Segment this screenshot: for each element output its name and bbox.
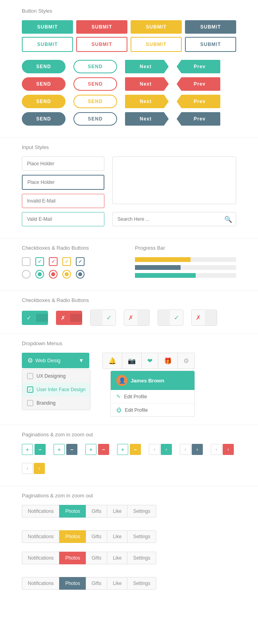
radio-red[interactable] <box>49 270 58 279</box>
icon-tab-gift[interactable]: 🎁 <box>158 353 178 369</box>
dropdown-trigger[interactable]: ⚙ Web Desig ▼ <box>22 353 89 368</box>
nav-tab-photos-4[interactable]: Photos <box>59 577 85 590</box>
profile-logout-item[interactable]: ⏻ Edit Profile <box>111 403 194 417</box>
page-prev-4[interactable]: ‹ <box>22 463 33 474</box>
zoom-out-btn-1[interactable]: − <box>35 444 46 455</box>
submit-btn-yellow-outline[interactable]: SUBMIT <box>131 37 182 52</box>
search-input[interactable] <box>112 212 236 226</box>
profile-edit-label: Edit Profile <box>124 394 147 399</box>
submit-btn-yellow[interactable]: SUBMIT <box>131 20 182 34</box>
zoom-in-btn-3[interactable]: + <box>85 444 96 455</box>
prev-btn-red[interactable]: Prev <box>177 77 220 91</box>
send-btn-slate[interactable]: SEND <box>22 112 65 126</box>
placeholder-input-focused[interactable] <box>22 175 104 190</box>
zoom-out-btn-4[interactable]: − <box>130 444 141 455</box>
nav-tab-settings-4[interactable]: Settings <box>127 577 156 590</box>
send-btn-slate-outline[interactable]: SEND <box>73 112 117 126</box>
submit-btn-slate[interactable]: SUBMIT <box>185 20 236 34</box>
checkbox-red[interactable]: ✓ <box>49 257 58 266</box>
next-btn-green[interactable]: Next <box>125 60 169 73</box>
nav-tab-like-1[interactable]: Like <box>107 505 127 518</box>
send-btn-red-outline[interactable]: SEND <box>73 77 117 91</box>
zoom-out-btn-3[interactable]: − <box>98 444 109 455</box>
dropdown-cb-1[interactable] <box>27 373 33 379</box>
zoom-in-btn-2[interactable]: + <box>54 444 65 455</box>
valid-email-input[interactable] <box>22 212 104 226</box>
nav-tab-settings-1[interactable]: Settings <box>127 505 156 518</box>
page-next-2[interactable]: › <box>192 444 203 455</box>
prev-btn-yellow[interactable]: Prev <box>177 95 220 108</box>
zoom-out-btn-2[interactable]: − <box>66 444 77 455</box>
send-btn-yellow[interactable]: SEND <box>22 95 65 108</box>
send-btn-yellow-outline[interactable]: SEND <box>73 95 117 108</box>
toggle-knob <box>36 314 48 322</box>
profile-edit-item[interactable]: ✎ Edit Profile <box>111 390 194 403</box>
next-btn-slate[interactable]: Next <box>125 112 169 126</box>
invalid-email-input[interactable] <box>22 194 104 208</box>
zoom-group-1: + − <box>22 444 46 455</box>
nav-tab-notifications-1[interactable]: Notifications <box>22 505 59 518</box>
prev-btn-slate[interactable]: Prev <box>177 112 220 126</box>
submit-btn-red[interactable]: SUBMIT <box>76 20 127 34</box>
search-icon[interactable]: 🔍 <box>224 216 232 223</box>
placeholder-input-1[interactable] <box>22 157 104 171</box>
zoom-in-btn-1[interactable]: + <box>22 444 33 455</box>
radio-empty[interactable] <box>22 270 31 279</box>
icon-tab-camera[interactable]: 📷 <box>122 353 142 369</box>
submit-btn-slate-outline[interactable]: SUBMIT <box>185 37 236 52</box>
dropdown-item-3[interactable]: Branding <box>22 396 90 410</box>
nav-tab-gifts-2[interactable]: Gifts <box>86 530 107 543</box>
nav-tab-photos-2[interactable]: Photos <box>59 530 85 543</box>
toggle-green-on[interactable]: ✓ <box>22 311 48 325</box>
submit-btn-green[interactable]: SUBMIT <box>22 20 73 34</box>
page-next-3[interactable]: › <box>223 444 234 455</box>
toggle-outline-check[interactable]: ✓ <box>90 310 116 326</box>
textarea-input[interactable] <box>112 157 236 204</box>
prev-btn-green[interactable]: Prev <box>177 60 220 73</box>
checkbox-yellow[interactable]: ✓ <box>62 257 71 266</box>
icon-tab-settings[interactable]: ⚙ <box>178 353 194 369</box>
page-next-4[interactable]: › <box>34 463 45 474</box>
nav-tab-notifications-2[interactable]: Notifications <box>22 530 59 543</box>
toggle-outline-check-alt[interactable]: ✓ <box>158 310 183 326</box>
checkbox-green[interactable]: ✓ <box>35 257 44 266</box>
nav-tab-settings-3[interactable]: Settings <box>127 552 156 564</box>
page-next-1[interactable]: › <box>161 444 172 455</box>
icon-tab-notifications[interactable]: 🔔 <box>103 353 122 369</box>
dropdown-cb-3[interactable] <box>27 400 33 406</box>
radio-yellow[interactable] <box>62 270 71 279</box>
nav-tab-gifts-3[interactable]: Gifts <box>86 552 107 564</box>
dropdown-item-1[interactable]: UX Designing <box>22 369 90 383</box>
send-btn-green-outline[interactable]: SEND <box>73 60 117 73</box>
page-prev-3[interactable]: ‹ <box>211 444 222 455</box>
next-btn-yellow[interactable]: Next <box>125 95 169 108</box>
icon-tab-heart[interactable]: ❤ <box>142 353 158 369</box>
toggle-outline-cross[interactable]: ✗ <box>124 310 150 326</box>
nav-tab-notifications-4[interactable]: Notifications <box>22 577 59 590</box>
nav-tab-photos-3[interactable]: Photos <box>59 552 85 564</box>
page-prev-2[interactable]: ‹ <box>180 444 191 455</box>
nav-tab-settings-2[interactable]: Settings <box>127 530 156 543</box>
toggle-red-off[interactable]: ✗ <box>56 311 82 325</box>
submit-btn-green-outline[interactable]: SUBMIT <box>22 37 73 52</box>
nav-tab-like-4[interactable]: Like <box>107 577 127 590</box>
nav-tab-like-3[interactable]: Like <box>107 552 127 564</box>
checkbox-slate[interactable]: ✓ <box>76 257 85 266</box>
send-btn-green[interactable]: SEND <box>22 60 65 73</box>
next-btn-red[interactable]: Next <box>125 77 169 91</box>
nav-tab-photos-1[interactable]: Photos <box>59 505 85 518</box>
nav-tab-gifts-4[interactable]: Gifts <box>86 577 107 590</box>
nav-tab-gifts-1[interactable]: Gifts <box>86 505 107 518</box>
toggle-outline-cross-alt[interactable]: ✗ <box>191 310 217 326</box>
dropdown-item-2[interactable]: ✓ User Inter Face Design <box>22 383 90 396</box>
submit-btn-red-outline[interactable]: SUBMIT <box>76 37 127 52</box>
checkbox-empty[interactable] <box>22 257 31 266</box>
zoom-in-btn-4[interactable]: + <box>117 444 128 455</box>
send-btn-red[interactable]: SEND <box>22 77 65 91</box>
nav-tab-notifications-3[interactable]: Notifications <box>22 552 59 564</box>
radio-green[interactable] <box>35 270 44 279</box>
dropdown-cb-2[interactable]: ✓ <box>27 386 33 393</box>
radio-slate[interactable] <box>76 270 85 279</box>
nav-tab-like-2[interactable]: Like <box>107 530 127 543</box>
page-prev-1[interactable]: ‹ <box>149 444 160 455</box>
